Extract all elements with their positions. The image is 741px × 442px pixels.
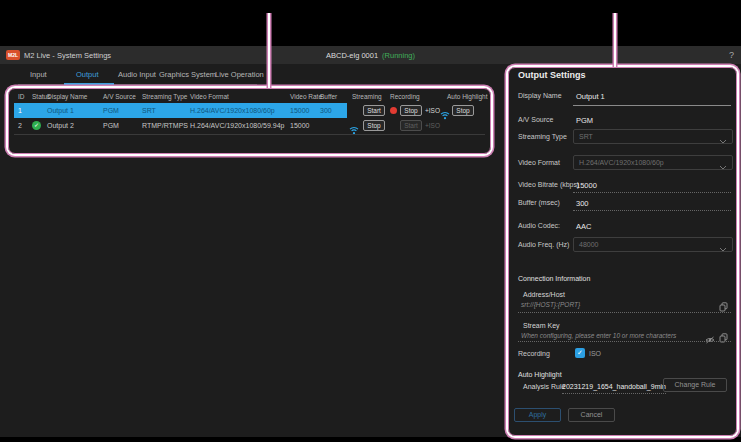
screen: M2L M2 Live - System Settings ABCD-elg 0… [0,0,741,442]
av-source-value: PGM [576,116,593,125]
status-ok-icon: ✓ [32,121,41,130]
active-tab-underline [64,83,114,85]
recording-stop-button[interactable]: Stop [400,105,422,116]
eye-slash-icon[interactable] [705,330,715,348]
buffer-label: Buffer (msec) [518,199,560,206]
recording-active-icon [390,107,397,114]
auto-highlight-title: Auto Highlight [518,371,562,378]
help-button[interactable]: ? [729,50,734,60]
cell-video-rate: 15000 [290,103,309,118]
running-status: (Running) [382,51,415,60]
recording-iso-label: +ISO [425,118,440,133]
panel-title: Output Settings [518,70,586,80]
col-header-streaming: Streaming [352,93,382,100]
recording-label: Recording [518,350,550,357]
analysis-rule-label: Analysis Rule [523,383,565,390]
connection-info-title: Connection Information [518,275,590,282]
cell-video-format: H.264/AVC/1920x1080/59.94p [190,118,284,133]
recording-start-button[interactable]: Start [400,120,422,131]
cell-display-name: Output 2 [47,118,74,133]
display-name-underline [573,105,731,106]
tab-input[interactable]: Input [30,70,47,79]
change-rule-button[interactable]: Change Rule [663,378,727,392]
av-source-label: A/V Source [518,116,553,123]
tab-live-operation[interactable]: Live Operation [215,70,264,79]
streaming-active-icon [349,121,359,139]
address-host-input[interactable]: srt://{HOST}:{PORT} [521,301,580,308]
cell-id: 2 [18,118,22,133]
cell-display-name: Output 1 [47,103,74,118]
video-format-dropdown[interactable]: H.264/AVC/1920x1080/60p [573,155,733,170]
audio-freq-label: Audio Freq. (Hz) [518,241,569,248]
table-separator [14,134,485,135]
video-format-value: H.264/AVC/1920x1080/60p [579,159,664,166]
cell-buffer: 300 [320,103,332,118]
apply-button[interactable]: Apply [514,408,561,422]
stream-key-input[interactable]: When configuring, please enter 10 or mor… [521,332,676,339]
col-header-display-name: Display Name [47,93,87,100]
table-row-output-1[interactable]: 1 Output 1 PGM SRT H.264/AVC/1920x1080/6… [13,103,486,118]
table-row-output-2[interactable]: 2 ✓ Output 2 PGM RTMP/RTMPS H.264/AVC/19… [13,118,486,133]
cell-id: 1 [18,103,22,118]
tab-graphics-system[interactable]: Graphics System [159,70,216,79]
buffer-underline [573,210,731,211]
video-bitrate-input[interactable]: 15000 [576,181,597,190]
output-settings-panel: Output Settings Display Name Output 1 A/… [512,70,735,437]
tab-audio-input[interactable]: Audio Input [118,70,156,79]
audio-codec-value: AAC [576,222,591,231]
streaming-stop-button[interactable]: Stop [363,120,385,131]
copy-icon[interactable] [719,329,728,347]
streaming-type-dropdown[interactable]: SRT [573,129,733,144]
main-content: Input Output Audio Input Graphics System… [0,64,741,437]
col-header-av-source: A/V Source [103,93,136,100]
video-format-label: Video Format [518,159,560,166]
streaming-type-label: Streaming Type [518,133,567,140]
col-header-streaming-type: Streaming Type [142,93,187,100]
col-header-buffer: Buffer [320,93,337,100]
chevron-down-icon [719,161,727,170]
cell-streaming-type: RTMP/RTMPS [142,118,188,133]
streaming-start-button[interactable]: Start [363,105,385,116]
streaming-type-value: SRT [579,133,593,140]
cell-streaming-type: SRT [142,103,156,118]
cell-av-source: PGM [103,118,119,133]
analysis-rule-underline [562,393,666,394]
col-header-id: ID [18,93,25,100]
titlebar: M2L M2 Live - System Settings ABCD-elg 0… [0,46,741,64]
buffer-input[interactable]: 300 [576,199,589,208]
chevron-down-icon [719,243,727,252]
device-status: ABCD-elg 0001(Running) [0,51,741,60]
address-host-underline [518,312,731,313]
col-header-video-format: Video Format [190,93,229,100]
stream-key-label: Stream Key [523,322,560,329]
audio-codec-label: Audio Codec: [518,222,560,229]
col-header-auto-highlight: Auto Highlight [447,93,487,100]
highlight-stop-button[interactable]: Stop [452,105,474,116]
col-header-video-rate: Video Rate [290,93,322,100]
display-name-label: Display Name [518,92,562,99]
analysis-rule-value: 20231219_1654_handoball_9min [562,383,666,390]
outputs-table: ID Status Display Name A/V Source Stream… [13,90,486,152]
video-bitrate-label: Video Bitrate (kbps) [518,181,579,188]
copy-icon[interactable] [719,298,728,316]
display-name-input[interactable]: Output 1 [576,92,605,101]
device-name: ABCD-elg 0001 [326,51,378,60]
iso-checkbox[interactable]: ✓ [575,348,585,358]
recording-iso-label: +ISO [425,103,440,118]
address-host-label: Address/Host [523,291,565,298]
audio-freq-value: 48000 [579,241,598,248]
stream-key-underline [518,341,731,342]
cell-av-source: PGM [103,103,119,118]
cell-video-format: H.264/AVC/1920x1080/60p [190,103,275,118]
cancel-button[interactable]: Cancel [568,408,615,422]
audio-freq-dropdown[interactable]: 48000 [573,237,733,252]
iso-checkbox-label: ISO [589,350,601,357]
cell-video-rate: 15000 [290,118,309,133]
tab-output[interactable]: Output [76,70,99,79]
chevron-down-icon [719,135,727,144]
col-header-recording: Recording [390,93,420,100]
tab-underline [18,84,257,85]
video-bitrate-underline [573,192,731,193]
